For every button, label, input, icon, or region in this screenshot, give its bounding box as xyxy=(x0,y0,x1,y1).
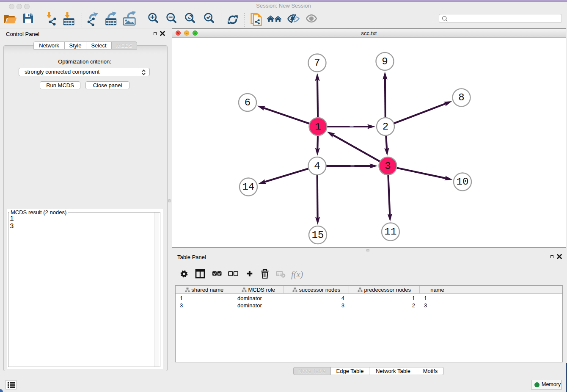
svg-text:10: 10 xyxy=(457,176,469,188)
svg-text:11: 11 xyxy=(385,226,397,237)
svg-text:8: 8 xyxy=(458,92,464,103)
svg-text:3: 3 xyxy=(385,160,391,172)
svg-text:f(x): f(x) xyxy=(291,270,303,279)
svg-text:9: 9 xyxy=(382,56,388,67)
svg-text:2: 2 xyxy=(383,121,388,133)
